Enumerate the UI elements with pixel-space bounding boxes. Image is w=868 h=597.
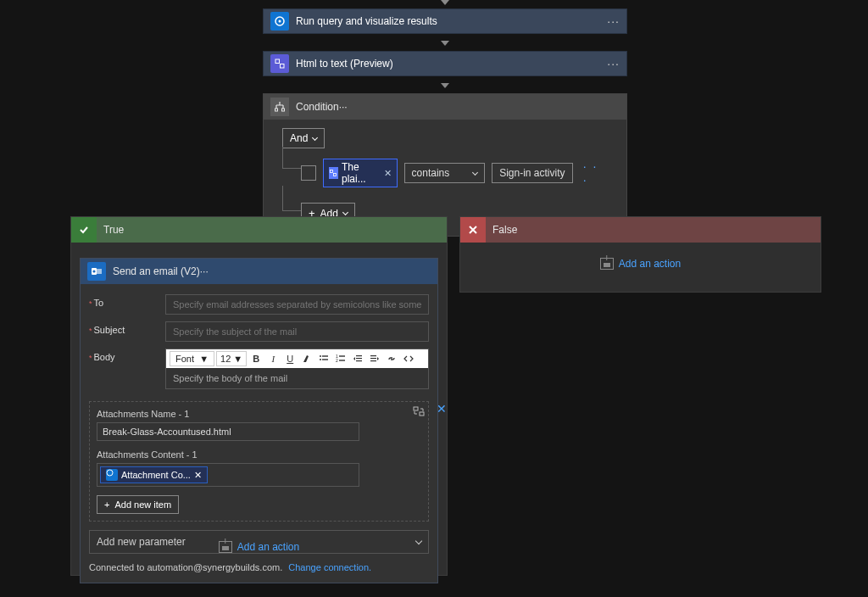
body-placeholder: Specify the body of the mail (173, 373, 287, 383)
step-title: Html to text (Preview) (296, 58, 607, 70)
branch-false: False Add an action (459, 216, 821, 293)
token-label: Attachment Co... (121, 470, 191, 480)
svg-rect-6 (331, 170, 333, 173)
email-to-input[interactable] (165, 294, 429, 315)
branch-true-header: True (71, 217, 447, 243)
svg-point-11 (320, 355, 321, 357)
rte-underline-button[interactable]: U (282, 351, 298, 366)
tree-connector (282, 147, 301, 169)
step-menu-icon[interactable]: ··· (339, 101, 348, 113)
flow-arrow-icon (441, 41, 449, 46)
svg-rect-26 (420, 412, 424, 416)
condition-operator-selector[interactable]: contains (404, 163, 486, 183)
value-text: Sign-in activity (499, 167, 565, 179)
condition-logic-label: And (290, 132, 308, 144)
branch-label: False (492, 224, 517, 236)
attachments-switch-mode-icon[interactable] (413, 405, 425, 417)
svg-rect-22 (370, 355, 376, 356)
field-label-to: *To (89, 294, 159, 308)
step-run-query[interactable]: Run query and visualize results ··· (263, 8, 627, 34)
add-attachment-item-button[interactable]: + Add new item (97, 495, 179, 514)
condition-logic-selector[interactable]: And (282, 128, 325, 148)
step-menu-icon[interactable]: ··· (607, 14, 620, 28)
attachment-name-label: Attachments Name - 1 (97, 409, 421, 419)
action-title: Send an email (V2) (113, 265, 200, 277)
check-icon (71, 217, 97, 243)
step-menu-icon[interactable]: ··· (200, 265, 209, 277)
rte-size-selector[interactable]: 12 ▼ (216, 351, 247, 366)
step-html-to-text[interactable]: Html to text (Preview) ··· (263, 51, 627, 76)
svg-rect-9 (97, 269, 102, 274)
rte-toolbar: Font ▼ 12 ▼ B I U 12 (166, 349, 428, 368)
field-label-subject: *Subject (89, 321, 159, 335)
add-action-true[interactable]: Add an action (71, 526, 447, 568)
rte-italic-button[interactable]: I (265, 351, 281, 366)
svg-rect-2 (275, 59, 280, 64)
condition-icon (270, 98, 289, 116)
add-action-label: Add an action (619, 258, 681, 270)
step-condition: Condition ··· And The plai... ✕ contains… (263, 93, 627, 237)
svg-rect-14 (322, 359, 328, 360)
token-remove-icon[interactable]: ✕ (384, 168, 392, 179)
svg-rect-18 (339, 360, 345, 360)
token-label: The plai... (342, 161, 377, 185)
token-remove-icon[interactable]: ✕ (194, 470, 202, 481)
email-subject-input[interactable] (165, 321, 429, 342)
step-menu-icon[interactable]: ··· (607, 57, 620, 70)
rte-font-selector[interactable]: Font ▼ (170, 351, 214, 366)
attachment-name-input[interactable] (97, 422, 359, 441)
operator-label: contains (412, 167, 450, 179)
add-item-label: Add new item (114, 499, 171, 510)
plus-icon: + (104, 499, 109, 510)
condition-row-menu-icon[interactable]: · · · (583, 159, 608, 187)
svg-rect-20 (356, 358, 362, 359)
svg-rect-23 (370, 358, 376, 359)
attachments-remove-icon[interactable]: ✕ (437, 402, 447, 416)
attachment-content-input[interactable]: Attachment Co... ✕ (97, 463, 359, 487)
field-label-body: *Body (89, 349, 159, 362)
rte-codeview-button[interactable] (401, 351, 416, 366)
attachments-block: ✕ Attachments Name - 1 Attachments Conte… (89, 401, 429, 522)
svg-rect-5 (282, 109, 285, 111)
condition-header[interactable]: Condition ··· (264, 94, 626, 120)
branch-true: True Send an email (V2) ··· *To *Subject… (70, 216, 448, 576)
flow-arrow-icon (441, 83, 449, 88)
svg-rect-3 (281, 64, 285, 69)
azure-monitor-icon (106, 469, 118, 481)
svg-rect-4 (275, 109, 278, 111)
content-conversion-icon (270, 54, 289, 73)
branch-false-header: False (460, 217, 821, 243)
svg-rect-16 (339, 355, 345, 356)
branch-label: True (103, 224, 124, 236)
rte-outdent-button[interactable] (350, 351, 365, 366)
add-action-icon (219, 541, 232, 553)
condition-value-input[interactable]: Sign-in activity (492, 163, 573, 183)
svg-point-13 (320, 359, 321, 360)
rte-bold-button[interactable]: B (248, 351, 264, 366)
rte-indent-button[interactable] (367, 351, 382, 366)
chevron-down-icon (342, 209, 348, 215)
add-action-icon (600, 258, 614, 270)
azure-monitor-icon (270, 12, 289, 31)
svg-rect-24 (370, 360, 376, 361)
step-title: Run query and visualize results (296, 15, 607, 27)
rte-bullets-button[interactable] (316, 351, 331, 366)
attachment-content-token[interactable]: Attachment Co... ✕ (100, 466, 208, 483)
add-action-label: Add an action (237, 541, 299, 553)
email-body-editor: Font ▼ 12 ▼ B I U 12 Specif (165, 349, 429, 389)
rte-highlight-button[interactable] (299, 351, 314, 366)
svg-rect-21 (356, 360, 362, 361)
rte-numbers-button[interactable]: 12 (333, 351, 348, 366)
condition-row-checkbox[interactable] (301, 165, 316, 181)
condition-operand-token[interactable]: The plai... ✕ (323, 159, 398, 187)
step-title: Condition (296, 101, 339, 113)
chevron-down-icon (312, 134, 318, 140)
add-action-false[interactable]: Add an action (460, 243, 821, 285)
email-body-input[interactable]: Specify the body of the mail (166, 368, 428, 388)
dynamic-content-icon (329, 167, 338, 179)
svg-point-10 (92, 270, 95, 272)
svg-rect-25 (414, 407, 418, 410)
rte-link-button[interactable] (384, 351, 399, 366)
outlook-icon (87, 262, 106, 281)
email-header[interactable]: Send an email (V2) ··· (81, 259, 437, 284)
